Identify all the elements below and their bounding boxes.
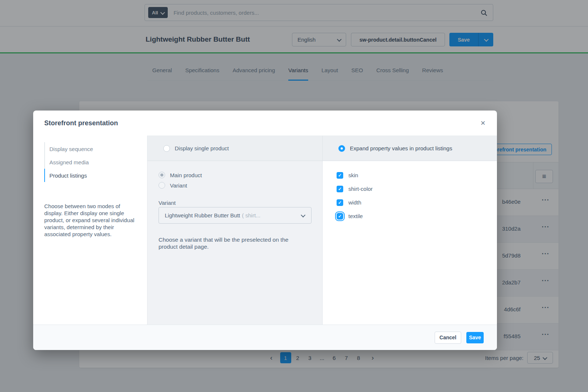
list-item: ✓ skin [337,168,373,182]
list-item: ✓ textile [337,209,373,223]
variant-radio-label: Variant [170,182,187,189]
sidebar-item-assigned-media[interactable]: Assigned media [44,155,147,169]
shirt-color-checkbox[interactable]: ✓ [337,186,343,192]
mode-description: Choose between two modes of display. Eit… [44,203,137,238]
textile-checkbox[interactable]: ✓ [337,213,343,220]
variant-helper-text: Choose a variant that will be the presel… [159,236,303,250]
variant-radio-row: Variant [159,182,187,189]
check-icon: ✓ [338,214,342,219]
skin-checkbox-label: skin [348,172,358,178]
modal-footer: Cancel Save [33,325,497,350]
expand-mode-header: Expand property values in product listin… [323,136,497,161]
property-options-list: ✓ skin ✓ shirt-color ✓ width ✓ textile [337,168,373,223]
main-product-label: Main product [170,172,202,178]
width-checkbox-label: width [348,199,361,206]
skin-checkbox[interactable]: ✓ [337,172,343,179]
modal-header: Storefront presentation ✕ [33,111,497,136]
variant-select-value-suffix: ( shirt... [242,212,260,218]
screen: All Find products, customers, orders... … [0,0,588,392]
list-item: ✓ width [337,196,373,209]
expand-properties-column: Expand property values in product listin… [323,136,497,325]
textile-checkbox-label: textile [348,213,363,219]
single-product-mode-header: Display single product [147,136,322,161]
single-product-column: Display single product Main product Vari… [147,136,323,325]
modal-title: Storefront presentation [44,119,118,127]
chevron-down-icon [301,213,306,217]
display-single-product-radio[interactable] [163,145,170,152]
variant-select-value: Lightweight Rubber Butter Butt [165,212,240,218]
modal-body: Display sequence Assigned media Product … [33,136,497,325]
close-icon[interactable]: ✕ [479,119,487,127]
modal-nav: Display sequence Assigned media Product … [44,142,147,182]
storefront-presentation-modal: Storefront presentation ✕ Display sequen… [33,111,497,350]
width-checkbox[interactable]: ✓ [337,199,343,206]
sidebar-item-product-listings[interactable]: Product listings [44,169,147,182]
check-icon: ✓ [338,173,342,178]
display-single-product-label: Display single product [175,145,229,151]
sidebar-item-display-sequence[interactable]: Display sequence [44,142,147,155]
variant-radio[interactable] [159,182,165,189]
expand-property-values-radio[interactable] [338,145,345,152]
shirt-color-checkbox-label: shirt-color [348,186,373,192]
expand-property-values-label: Expand property values in product listin… [350,145,452,151]
variant-select[interactable]: Lightweight Rubber Butter Butt ( shirt..… [159,207,312,224]
modal-sidebar: Display sequence Assigned media Product … [33,136,147,325]
cancel-button[interactable]: Cancel [435,332,461,344]
main-product-radio-row: Main product [159,172,202,178]
check-icon: ✓ [338,186,342,192]
save-button[interactable]: Save [466,332,484,343]
main-product-radio[interactable] [159,172,165,178]
variant-field-label: Variant [159,200,175,206]
list-item: ✓ shirt-color [337,182,373,196]
check-icon: ✓ [338,200,342,205]
